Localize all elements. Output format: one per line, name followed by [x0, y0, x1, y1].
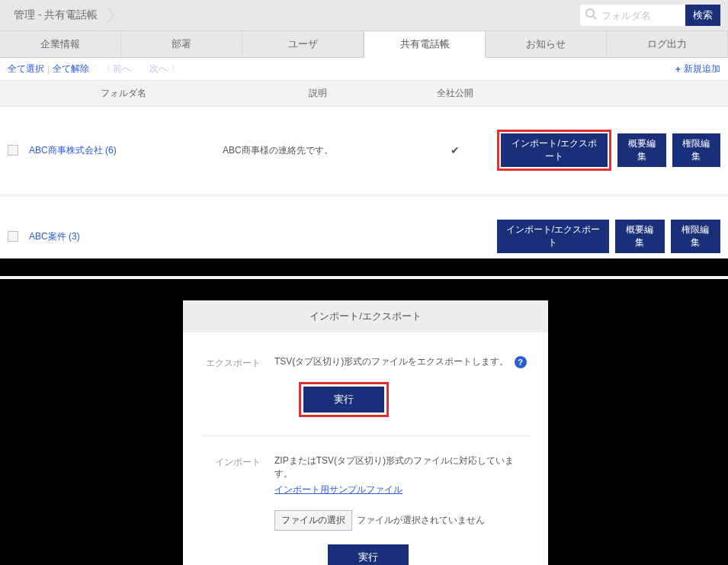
tab-department[interactable]: 部署 [121, 31, 242, 57]
search-group: 検索 [580, 5, 720, 26]
import-text: ZIPまたはTSV(タブ区切り)形式のファイルに対応しています。 [274, 455, 514, 479]
main-panel: 管理 - 共有電話帳 検索 企業情報 部署 ユーザ 共有電話帳 お知らせ ログ出… [0, 0, 728, 258]
col-header-desc: 説明 [223, 87, 413, 100]
tabs: 企業情報 部署 ユーザ 共有電話帳 お知らせ ログ出力 [0, 31, 728, 58]
import-export-button[interactable]: インポート/エクスポート [501, 133, 608, 167]
export-exec-button[interactable]: 実行 [303, 387, 384, 413]
folder-name-link[interactable]: ABC案件 (3) [24, 230, 223, 243]
breadcrumb: 管理 - 共有電話帳 [8, 6, 580, 24]
folder-name-link[interactable]: ABC商事株式会社 (6) [24, 144, 223, 157]
breadcrumb-arrow-icon [107, 6, 114, 24]
search-input[interactable] [601, 10, 685, 21]
add-new-link[interactable]: + 新規追加 [675, 63, 720, 75]
col-header-public: 全社公開 [413, 87, 497, 100]
tab-notice[interactable]: お知らせ [486, 31, 607, 57]
export-label: エクスポート [201, 355, 261, 417]
file-select-button[interactable]: ファイルの選択 [274, 510, 352, 531]
tab-log[interactable]: ログ出力 [607, 31, 728, 57]
edit-button[interactable]: 概要編集 [615, 220, 665, 253]
tab-shared-phonebook[interactable]: 共有電話帳 [364, 31, 486, 58]
search-button[interactable]: 検索 [685, 5, 720, 26]
select-all-link[interactable]: 全て選択 [8, 63, 44, 75]
import-export-button[interactable]: インポート/エクスポート [497, 220, 609, 253]
separator: | [47, 64, 50, 75]
search-icon [580, 8, 601, 23]
highlight-box: インポート/エクスポート [497, 130, 611, 171]
breadcrumb-title: 管理 - 共有電話帳 [8, 8, 104, 22]
dialog-area: インポート/エクスポート エクスポート TSV(タブ区切り)形式のファイルをエク… [0, 258, 728, 565]
table-row: ABC商事株式会社 (6) ABC商事様の連絡先です。 ✔ インポート/エクスポ… [0, 107, 728, 197]
edit-button[interactable]: 概要編集 [617, 133, 665, 167]
row-checkbox[interactable] [8, 145, 18, 156]
svg-point-0 [586, 9, 594, 17]
tab-user[interactable]: ユーザ [242, 31, 364, 57]
action-bar: 全て選択 | 全て解除 〈 前へ 次へ 〉 + 新規追加 [0, 58, 728, 80]
col-header-name: フォルダ名 [24, 87, 223, 100]
tab-company-info[interactable]: 企業情報 [0, 31, 121, 57]
import-exec-button[interactable]: 実行 [328, 544, 409, 565]
table-header: フォルダ名 説明 全社公開 [0, 80, 728, 107]
export-text: TSV(タブ区切り)形式のファイルをエクスポートします。 [274, 356, 508, 367]
permission-button[interactable]: 権限編集 [671, 220, 720, 253]
permission-button[interactable]: 権限編集 [672, 133, 720, 167]
plus-icon: + [675, 64, 681, 75]
deselect-all-link[interactable]: 全て解除 [53, 63, 89, 75]
import-label: インポート [201, 454, 261, 565]
dialog-title: インポート/エクスポート [183, 300, 548, 332]
import-sample-link[interactable]: インポート用サンプルファイル [274, 483, 402, 496]
file-status: ファイルが選択されていません [357, 514, 485, 527]
help-icon[interactable]: ? [515, 356, 527, 368]
highlight-box: 実行 [299, 382, 389, 417]
header-bar: 管理 - 共有電話帳 検索 [0, 0, 728, 31]
add-new-label: 新規追加 [684, 63, 720, 75]
folder-desc: ABC商事様の連絡先です。 [223, 144, 413, 157]
row-checkbox[interactable] [8, 231, 18, 242]
svg-line-1 [593, 16, 596, 19]
import-export-dialog: インポート/エクスポート エクスポート TSV(タブ区切り)形式のファイルをエク… [183, 300, 548, 565]
public-check-icon: ✔ [413, 144, 497, 156]
next-link: 次へ 〉 [149, 63, 179, 75]
prev-link: 〈 前へ [101, 63, 131, 75]
